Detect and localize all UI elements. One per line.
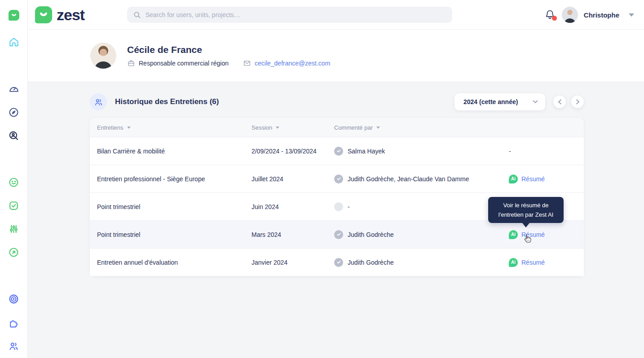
cell-session: Mars 2024 — [251, 231, 334, 238]
target-icon — [8, 293, 19, 305]
sort-icon — [276, 127, 279, 129]
pagination-next-button[interactable] — [571, 96, 584, 108]
compass-icon — [8, 107, 19, 118]
notifications-button[interactable] — [544, 9, 556, 21]
sidebar-item-people-search[interactable] — [8, 129, 20, 142]
sidebar-rail — [0, 0, 28, 358]
profile-role: Responsable commercial région — [127, 59, 229, 67]
commenter-check-avatar — [334, 230, 343, 239]
chevron-left-icon — [558, 99, 562, 105]
sidebar-item-home[interactable] — [8, 36, 20, 48]
zest-mini-logo[interactable] — [8, 9, 20, 22]
hand-cursor-icon — [522, 233, 533, 244]
global-search[interactable] — [127, 7, 452, 23]
year-filter-dropdown[interactable]: 2024 (cette année) — [454, 93, 545, 110]
cell-summary: Ai Résumé — [505, 175, 577, 183]
cell-entretien: Bilan Carrière & mobilité — [97, 148, 251, 155]
sidebar-item-admin-users[interactable] — [8, 340, 20, 352]
zest-ai-icon: Ai — [509, 175, 518, 183]
user-avatar[interactable] — [562, 7, 578, 23]
sidebar-item-engagement[interactable] — [8, 176, 20, 188]
smile-icon — [38, 9, 49, 21]
chevron-right-icon — [576, 99, 580, 105]
top-bar: zest Christophe — [28, 0, 644, 30]
sidebar-item-integrations[interactable] — [8, 316, 20, 329]
commenter-names: Salma Hayek — [348, 148, 385, 155]
cell-entretien: Point trimestriel — [97, 203, 251, 210]
smile-icon — [10, 12, 18, 19]
column-header-label: Commenté par — [334, 124, 373, 131]
zest-logo-mark — [35, 6, 52, 23]
table-row[interactable]: Bilan Carrière & mobilité 2/09/2024 - 13… — [90, 137, 584, 165]
chevron-down-icon — [533, 100, 538, 104]
profile-avatar — [90, 43, 116, 69]
check-icon — [336, 260, 341, 265]
cell-entretien: Entretien professionnel - Siège Europe — [97, 175, 251, 183]
profile-email-link[interactable]: cecile_defrance@zest.com — [255, 60, 330, 67]
chevron-down-icon[interactable] — [629, 13, 634, 17]
cell-session: 2/09/2024 - 13/09/2024 — [251, 148, 334, 155]
briefcase-icon — [127, 59, 135, 67]
search-input[interactable] — [146, 11, 446, 18]
notification-badge — [552, 16, 557, 21]
column-header-commente-par[interactable]: Commenté par — [334, 124, 505, 131]
column-header-session[interactable]: Session — [251, 124, 334, 131]
ai-summary-tooltip: Voir le résumé de l'entretien par Zest A… — [488, 197, 564, 223]
cell-entretien: Point trimestriel — [97, 231, 251, 238]
cell-commented-by: Judith Godrèche — [334, 258, 505, 267]
table-row[interactable]: Point trimestriel Mars 2024 Judith Godrè… — [90, 220, 584, 248]
puzzle-icon — [8, 317, 19, 328]
sidebar-item-share[interactable] — [8, 246, 20, 258]
cell-commented-by: Salma Hayek — [334, 147, 505, 156]
commenter-check-avatar — [334, 258, 343, 267]
profile-email: cecile_defrance@zest.com — [243, 59, 330, 67]
table-header-row: Entretiens Session Commenté par — [90, 118, 584, 137]
history-section-header: Historique des Entretiens (6) 2024 (cett… — [90, 93, 584, 110]
column-header-entretiens[interactable]: Entretiens — [97, 124, 251, 131]
search-icon — [133, 11, 141, 19]
zest-logo-text: zest — [57, 6, 84, 23]
resume-link[interactable]: Résumé — [521, 259, 545, 266]
sort-icon — [127, 127, 131, 129]
year-filter-value: 2024 (cette année) — [463, 98, 518, 105]
cell-session: Juillet 2024 — [251, 175, 334, 183]
cell-commented-by: Judith Godrèche, Jean-Claude Van Damme — [334, 175, 505, 183]
resume-link[interactable]: Résumé — [521, 175, 545, 183]
check-icon — [336, 232, 341, 237]
column-header-label: Entretiens — [97, 124, 124, 131]
table-row[interactable]: Entretien annuel d'évaluation Janvier 20… — [90, 248, 584, 276]
pagination-prev-button[interactable] — [553, 96, 566, 108]
dashboard-gauge-icon — [8, 83, 19, 95]
check-square-icon — [8, 200, 19, 211]
smiley-icon — [8, 177, 19, 188]
sidebar-item-surveys[interactable] — [8, 223, 20, 235]
tooltip-line1: Voir le résumé de — [493, 201, 559, 210]
zest-ai-icon: Ai — [509, 258, 518, 267]
commenter-names: - — [348, 203, 350, 210]
profile-avatar-image — [90, 43, 116, 69]
section-title: Historique des Entretiens (6) — [115, 97, 219, 106]
column-header-label: Session — [251, 124, 272, 131]
envelope-icon — [243, 59, 251, 67]
table-row[interactable]: Entretien professionnel - Siège Europe J… — [90, 165, 584, 192]
sidebar-item-explore[interactable] — [8, 106, 20, 118]
zest-logo[interactable]: zest — [35, 6, 84, 23]
sidebar-item-tasks[interactable] — [8, 199, 20, 212]
sort-icon — [376, 127, 380, 129]
cell-commented-by: Judith Godrèche — [334, 230, 505, 239]
topbar-right-group: Christophe — [544, 0, 634, 30]
zest-ai-icon: Ai — [509, 230, 518, 239]
users-icon — [94, 97, 103, 107]
sidebar-item-dashboard[interactable] — [8, 83, 20, 95]
tooltip-line2: l'entretien par Zest AI — [493, 210, 559, 219]
interviews-table-card: Entretiens Session Commenté par Bilan Ca… — [90, 118, 584, 276]
users-icon — [8, 341, 19, 352]
commenter-names: Judith Godrèche — [348, 259, 394, 266]
cell-session: Janvier 2024 — [251, 259, 334, 266]
cell-entretien: Entretien annuel d'évaluation — [97, 259, 251, 266]
user-search-icon — [8, 130, 19, 141]
sidebar-item-goals[interactable] — [8, 293, 20, 305]
user-menu[interactable]: Christophe — [584, 11, 619, 19]
send-arrow-icon — [8, 247, 19, 258]
section-icon-circle — [90, 93, 107, 110]
